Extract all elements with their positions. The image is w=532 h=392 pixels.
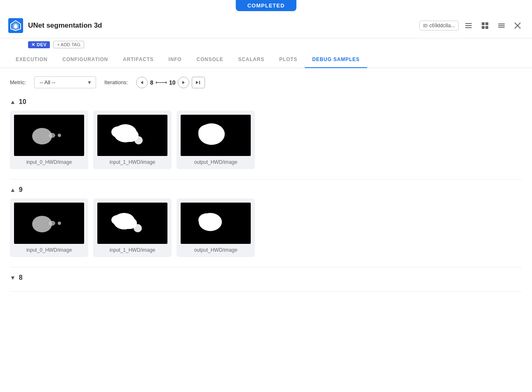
svg-point-26 bbox=[58, 134, 61, 137]
list-view-button[interactable] bbox=[462, 19, 475, 32]
svg-rect-10 bbox=[485, 26, 488, 29]
svg-marker-20 bbox=[182, 81, 185, 84]
svg-point-35 bbox=[210, 129, 224, 140]
image-canvas bbox=[181, 115, 251, 156]
app-logo bbox=[8, 18, 23, 33]
metric-select[interactable]: -- All -- bbox=[34, 76, 96, 88]
svg-rect-5 bbox=[465, 25, 472, 26]
svg-point-38 bbox=[49, 221, 55, 226]
iterations-controls: 8 10 bbox=[136, 77, 205, 88]
section-number: 8 bbox=[19, 274, 23, 281]
svg-point-44 bbox=[134, 224, 142, 232]
tab-scalars[interactable]: SCALARS bbox=[231, 52, 272, 68]
image-label: input_1_HWD/image bbox=[110, 159, 155, 165]
id-value: c69ddc8a... bbox=[429, 23, 455, 28]
tab-execution[interactable]: EXECUTION bbox=[8, 52, 55, 68]
svg-point-48 bbox=[208, 218, 221, 228]
iter-start-value: 8 bbox=[150, 79, 153, 86]
id-label: ID bbox=[423, 23, 428, 28]
iter-next-button[interactable] bbox=[178, 77, 189, 88]
svg-rect-22 bbox=[199, 81, 200, 84]
image-label: output_HWD/image bbox=[194, 247, 238, 253]
tab-artifacts[interactable]: ARTIFACTS bbox=[115, 52, 161, 68]
sections-container: ▲10 input_0_HWD/image input_1_HWD/image … bbox=[10, 98, 522, 292]
image-card[interactable]: input_0_HWD/image bbox=[10, 111, 88, 169]
svg-rect-7 bbox=[482, 22, 485, 25]
section-10: ▲10 input_0_HWD/image input_1_HWD/image … bbox=[10, 98, 522, 169]
svg-marker-16 bbox=[141, 81, 143, 84]
image-canvas bbox=[97, 115, 167, 156]
task-id-badge[interactable]: ID c69ddc8a... bbox=[419, 21, 459, 31]
close-button[interactable] bbox=[511, 19, 524, 32]
image-canvas bbox=[97, 203, 167, 244]
section-8: ▼8 bbox=[10, 274, 522, 281]
image-card[interactable]: output_HWD/image bbox=[177, 111, 255, 169]
svg-point-25 bbox=[49, 133, 55, 138]
iter-last-button[interactable] bbox=[192, 77, 205, 88]
tab-console[interactable]: CONSOLE bbox=[189, 52, 231, 68]
iter-range-arrow bbox=[156, 80, 167, 85]
metric-select-wrap: -- All -- ▼ bbox=[34, 76, 96, 88]
completed-banner: COMPLETED bbox=[236, 0, 297, 11]
section-9: ▲9 input_0_HWD/image input_1_HWD/image o… bbox=[10, 186, 522, 257]
iterations-label: Iterations: bbox=[104, 79, 128, 85]
iter-end-value: 10 bbox=[169, 79, 176, 86]
section-number: 10 bbox=[19, 98, 26, 106]
svg-marker-18 bbox=[156, 81, 158, 84]
tab-debug-samples[interactable]: DEBUG SAMPLES bbox=[305, 52, 367, 68]
svg-rect-13 bbox=[498, 27, 505, 28]
tags-row: ✕ DEV + ADD TAG bbox=[0, 38, 532, 48]
filters-row: Metric: -- All -- ▼ Iterations: 8 10 bbox=[10, 76, 522, 88]
image-view-button[interactable] bbox=[478, 19, 492, 32]
cards-grid: input_0_HWD/image input_1_HWD/image outp… bbox=[10, 111, 522, 169]
menu-button[interactable] bbox=[495, 19, 508, 32]
section-number: 9 bbox=[19, 186, 23, 194]
image-card[interactable]: input_1_HWD/image bbox=[93, 111, 172, 169]
section-divider bbox=[10, 267, 522, 267]
image-canvas bbox=[181, 203, 251, 244]
cards-grid: input_0_HWD/image input_1_HWD/image outp… bbox=[10, 198, 522, 257]
tab-configuration[interactable]: CONFIGURATION bbox=[55, 52, 115, 68]
section-header-10[interactable]: ▲10 bbox=[10, 98, 522, 106]
svg-rect-9 bbox=[482, 26, 485, 29]
section-toggle-icon: ▼ bbox=[10, 274, 16, 281]
image-label: input_1_HWD/image bbox=[110, 247, 155, 253]
main-content: Metric: -- All -- ▼ Iterations: 8 10 bbox=[0, 68, 532, 307]
svg-rect-8 bbox=[485, 22, 488, 25]
tab-info[interactable]: INFO bbox=[161, 52, 189, 68]
image-card[interactable]: output_HWD/image bbox=[177, 198, 255, 257]
metric-label: Metric: bbox=[10, 79, 26, 85]
add-tag-button[interactable]: + ADD TAG bbox=[53, 41, 84, 48]
iter-prev-button[interactable] bbox=[136, 77, 148, 88]
svg-point-31 bbox=[134, 136, 143, 144]
header: UNet segmentation 3d ID c69ddc8a... bbox=[0, 13, 532, 38]
image-label: output_HWD/image bbox=[194, 159, 238, 165]
svg-rect-11 bbox=[498, 24, 505, 24]
nav-tabs: EXECUTIONCONFIGURATIONARTIFACTSINFOCONSO… bbox=[0, 52, 532, 68]
header-actions: ID c69ddc8a... bbox=[419, 19, 524, 32]
dev-tag[interactable]: ✕ DEV bbox=[28, 41, 50, 48]
image-label: input_0_HWD/image bbox=[26, 159, 72, 165]
section-header-8[interactable]: ▼8 bbox=[10, 274, 522, 281]
section-divider bbox=[10, 179, 522, 179]
banner-text: COMPLETED bbox=[247, 2, 285, 9]
section-divider bbox=[10, 291, 522, 292]
tab-plots[interactable]: PLOTS bbox=[272, 52, 305, 68]
section-toggle-icon: ▲ bbox=[10, 99, 16, 105]
image-card[interactable]: input_0_HWD/image bbox=[10, 198, 88, 257]
section-toggle-icon: ▲ bbox=[10, 187, 16, 193]
svg-marker-19 bbox=[165, 81, 167, 84]
image-canvas bbox=[14, 115, 84, 156]
section-header-9[interactable]: ▲9 bbox=[10, 186, 522, 194]
svg-rect-4 bbox=[465, 23, 472, 24]
svg-rect-6 bbox=[465, 27, 472, 28]
page-title: UNet segmentation 3d bbox=[28, 21, 419, 30]
svg-rect-12 bbox=[498, 25, 505, 26]
image-canvas bbox=[14, 203, 84, 244]
svg-marker-21 bbox=[196, 81, 198, 84]
image-label: input_0_HWD/image bbox=[26, 247, 72, 253]
image-card[interactable]: input_1_HWD/image bbox=[93, 198, 172, 257]
svg-point-39 bbox=[58, 222, 61, 225]
